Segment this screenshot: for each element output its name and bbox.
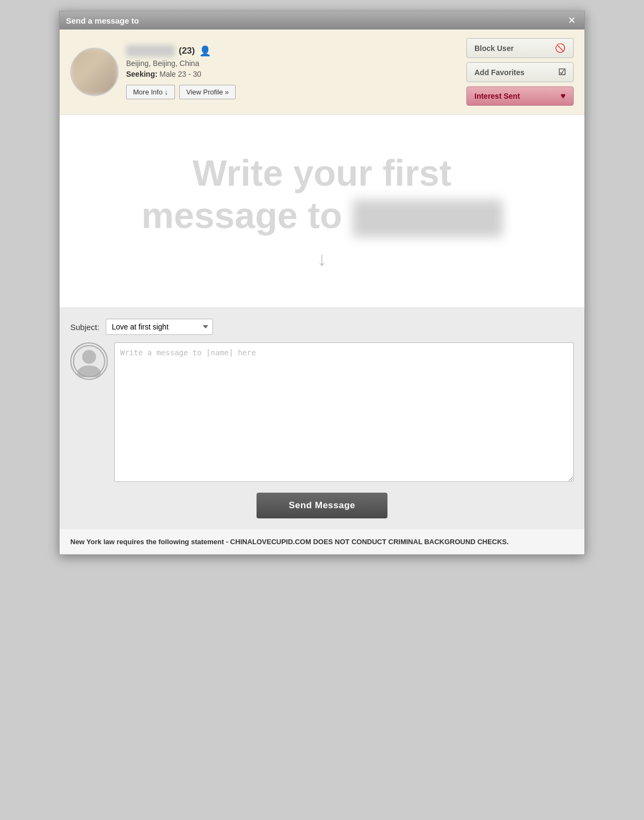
- favorites-icon: ☑: [558, 67, 566, 77]
- send-button-row: Send Message: [70, 493, 574, 518]
- subject-label: Subject:: [70, 323, 99, 332]
- message-textarea[interactable]: [114, 342, 574, 482]
- legal-text: New York law requires the following stat…: [70, 538, 509, 546]
- block-label: Block User: [474, 44, 514, 53]
- watermark-line1: Write your first: [193, 152, 451, 193]
- profile-header: (23) 👤 Beijing, Beijing, China Seeking: …: [60, 30, 584, 115]
- subject-select[interactable]: Love at first sight Hello! Nice to meet …: [106, 319, 213, 335]
- name-row: (23) 👤: [126, 45, 236, 57]
- watermark-section: Write your first message to ↓: [60, 115, 584, 308]
- more-info-button[interactable]: More Info ↓: [126, 85, 175, 99]
- send-message-dialog: Send a message to ✕ (23) 👤 Beijing, Beij…: [59, 11, 585, 555]
- add-favorites-button[interactable]: Add Favorites ☑: [466, 62, 574, 82]
- send-message-button[interactable]: Send Message: [257, 493, 387, 518]
- block-icon: 🚫: [555, 43, 566, 53]
- avatar: [70, 48, 119, 96]
- interest-sent-button[interactable]: Interest Sent ♥: [466, 86, 574, 106]
- subject-row: Subject: Love at first sight Hello! Nice…: [70, 319, 574, 335]
- message-compose-row: [70, 342, 574, 482]
- profile-seeking: Seeking: Male 23 - 30: [126, 70, 236, 78]
- block-user-button[interactable]: Block User 🚫: [466, 38, 574, 58]
- title-bar: Send a message to ✕: [60, 11, 584, 30]
- view-profile-button[interactable]: View Profile »: [179, 85, 236, 99]
- recipient-name-blurred: [353, 200, 503, 237]
- profile-actions: Block User 🚫 Add Favorites ☑ Interest Se…: [466, 38, 574, 106]
- seeking-label: Seeking:: [126, 70, 157, 78]
- seeking-value: Male 23 - 30: [159, 70, 201, 78]
- profile-age: (23): [179, 46, 195, 56]
- sender-avatar: [70, 342, 108, 380]
- svg-point-0: [82, 350, 96, 364]
- profile-info: (23) 👤 Beijing, Beijing, China Seeking: …: [126, 45, 236, 99]
- watermark-text: Write your first message to: [141, 152, 502, 237]
- avatar-image: [71, 49, 118, 95]
- interest-label: Interest Sent: [474, 92, 520, 100]
- profile-buttons: More Info ↓ View Profile »: [126, 85, 236, 99]
- profile-verified-icon: 👤: [199, 45, 211, 57]
- dialog-title: Send a message to: [66, 16, 139, 25]
- sender-avatar-svg: [73, 345, 105, 377]
- profile-location: Beijing, Beijing, China: [126, 59, 236, 68]
- heart-icon: ♥: [561, 91, 566, 101]
- compose-area: Write your first message to ↓ Subject: L…: [60, 115, 584, 554]
- favorites-label: Add Favorites: [474, 68, 524, 77]
- svg-point-1: [77, 365, 101, 377]
- profile-left: (23) 👤 Beijing, Beijing, China Seeking: …: [70, 45, 236, 99]
- profile-name-blurred: [126, 45, 174, 57]
- legal-notice: New York law requires the following stat…: [60, 529, 584, 554]
- close-button[interactable]: ✕: [566, 16, 578, 25]
- down-arrow-icon: ↓: [317, 248, 327, 270]
- watermark-line2: message to: [141, 195, 342, 236]
- form-section: Subject: Love at first sight Hello! Nice…: [60, 308, 584, 529]
